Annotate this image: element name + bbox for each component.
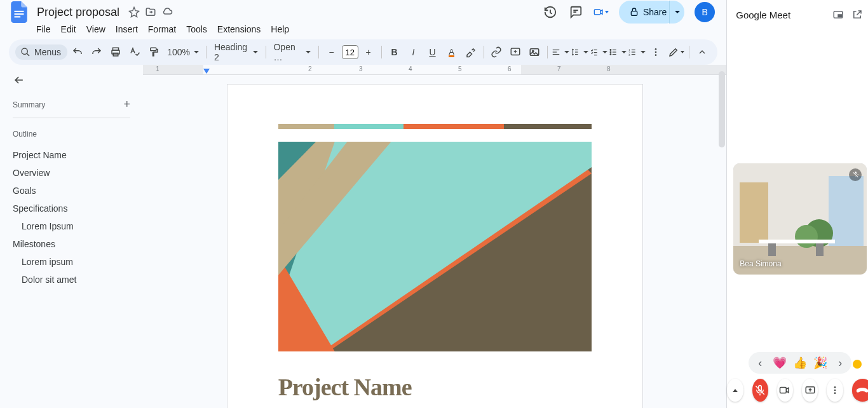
participant-tile[interactable]: Bea Simona bbox=[733, 163, 867, 275]
outline-item-specifications[interactable]: Specifications bbox=[13, 200, 130, 217]
menu-view[interactable]: View bbox=[82, 22, 110, 37]
ruler-tick: 6 bbox=[508, 65, 512, 72]
menu-bar: File Edit View Insert Format Tools Exten… bbox=[0, 20, 726, 39]
highlight-button[interactable] bbox=[462, 43, 480, 61]
close-outline-icon[interactable] bbox=[13, 74, 130, 86]
editing-mode-button[interactable] bbox=[667, 43, 685, 61]
outline-item-project-name[interactable]: Project Name bbox=[13, 146, 130, 164]
horizontal-ruler[interactable]: 1 2 3 4 5 6 7 8 bbox=[143, 65, 726, 75]
underline-button[interactable]: U bbox=[424, 43, 442, 61]
share-label: Share bbox=[643, 7, 667, 17]
menu-file[interactable]: File bbox=[32, 22, 55, 37]
ruler-tick: 8 bbox=[607, 65, 611, 72]
toolbar: Menus 100% Heading 2 Open … − + B I U A bbox=[9, 39, 717, 65]
document-area[interactable]: 1 2 3 4 5 6 7 8 bbox=[143, 65, 726, 408]
font-size-decrease[interactable]: − bbox=[323, 43, 341, 61]
cloud-status-icon[interactable] bbox=[161, 6, 173, 18]
menu-insert[interactable]: Insert bbox=[111, 22, 142, 37]
menu-tools[interactable]: Tools bbox=[182, 22, 212, 37]
pip-icon[interactable] bbox=[831, 8, 845, 22]
svg-rect-0 bbox=[15, 11, 24, 12]
outline-item-goals[interactable]: Goals bbox=[13, 182, 130, 200]
more-options-button[interactable] bbox=[727, 379, 743, 402]
svg-rect-61 bbox=[816, 243, 824, 256]
svg-text:3: 3 bbox=[628, 53, 630, 57]
svg-rect-60 bbox=[768, 243, 776, 256]
move-folder-icon[interactable] bbox=[145, 6, 156, 18]
zoom-select[interactable]: 100% bbox=[164, 43, 202, 61]
reaction-thumbs-up[interactable]: 👍 bbox=[793, 356, 807, 370]
document-title[interactable]: Project proposal bbox=[33, 4, 123, 20]
menu-help[interactable]: Help bbox=[266, 22, 294, 37]
reactions-next-icon[interactable]: › bbox=[834, 357, 846, 370]
menu-edit[interactable]: Edit bbox=[57, 22, 81, 37]
meet-camera-icon[interactable] bbox=[593, 4, 609, 20]
menu-search-label: Menus bbox=[34, 47, 61, 57]
paint-format-button[interactable] bbox=[145, 43, 163, 61]
ruler-tick: 5 bbox=[458, 65, 462, 72]
svg-point-58 bbox=[795, 225, 818, 248]
font-size-increase[interactable]: + bbox=[360, 43, 377, 61]
more-actions-button[interactable] bbox=[827, 379, 843, 402]
outline-item-dolor[interactable]: Dolor sit amet bbox=[13, 271, 130, 289]
reaction-confetti[interactable]: 🎉 bbox=[813, 356, 827, 370]
outline-item-milestones[interactable]: Milestones bbox=[13, 235, 130, 253]
star-icon[interactable] bbox=[128, 6, 140, 18]
mic-toggle-button[interactable] bbox=[752, 379, 768, 402]
hangup-button[interactable] bbox=[852, 379, 868, 402]
outline-item-lorem-2[interactable]: Lorem ipsum bbox=[13, 253, 130, 271]
menu-format[interactable]: Format bbox=[144, 22, 180, 37]
font-select[interactable]: Open … bbox=[269, 43, 314, 61]
add-comment-button[interactable] bbox=[506, 43, 524, 61]
collapse-toolbar-button[interactable] bbox=[693, 43, 711, 61]
checklist-button[interactable] bbox=[590, 43, 607, 61]
svg-point-27 bbox=[610, 50, 611, 51]
history-icon[interactable] bbox=[543, 4, 558, 20]
svg-rect-5 bbox=[594, 10, 600, 15]
reactions-prev-icon[interactable]: ‹ bbox=[754, 357, 766, 370]
participant-muted-icon bbox=[849, 168, 862, 181]
bold-button[interactable]: B bbox=[386, 43, 403, 61]
more-toolbar-button[interactable] bbox=[647, 43, 665, 61]
outline-panel: Summary + Outline Project Name Overview … bbox=[0, 65, 143, 408]
comment-icon[interactable] bbox=[568, 4, 583, 20]
document-page[interactable]: Project Name 09.04.20XX bbox=[227, 84, 643, 408]
italic-button[interactable]: I bbox=[405, 43, 423, 61]
undo-button[interactable] bbox=[69, 43, 86, 61]
bulleted-list-button[interactable] bbox=[609, 43, 627, 61]
ruler-tick: 3 bbox=[359, 65, 363, 72]
ruler-tick: 4 bbox=[409, 65, 412, 72]
svg-point-64 bbox=[834, 386, 836, 388]
insert-image-button[interactable] bbox=[526, 43, 543, 61]
svg-rect-52 bbox=[838, 15, 841, 17]
line-spacing-button[interactable] bbox=[571, 43, 588, 61]
numbered-list-button[interactable]: 123 bbox=[628, 43, 646, 61]
document-heading[interactable]: Project Name bbox=[278, 373, 592, 401]
scrollbar[interactable] bbox=[719, 71, 725, 147]
outline-label: Outline bbox=[13, 130, 130, 139]
print-button[interactable] bbox=[107, 43, 125, 61]
text-color-button[interactable]: A bbox=[443, 43, 461, 61]
camera-toggle-button[interactable] bbox=[777, 379, 793, 402]
indent-marker-icon[interactable] bbox=[203, 69, 210, 75]
add-summary-icon[interactable]: + bbox=[123, 98, 130, 111]
svg-point-66 bbox=[834, 392, 836, 394]
svg-rect-1 bbox=[15, 13, 24, 15]
popout-icon[interactable] bbox=[850, 8, 864, 22]
svg-point-28 bbox=[610, 51, 611, 53]
svg-rect-6 bbox=[631, 11, 637, 16]
menu-search[interactable]: Menus bbox=[15, 44, 67, 60]
svg-point-41 bbox=[655, 54, 657, 56]
spellcheck-button[interactable] bbox=[126, 43, 144, 61]
font-size-input[interactable] bbox=[342, 45, 358, 59]
redo-button[interactable] bbox=[88, 43, 105, 61]
account-avatar[interactable]: B bbox=[695, 2, 715, 22]
reaction-heart[interactable]: 💗 bbox=[773, 356, 787, 370]
link-button[interactable] bbox=[487, 43, 505, 61]
outline-item-overview[interactable]: Overview bbox=[13, 164, 130, 182]
present-screen-button[interactable] bbox=[802, 379, 818, 402]
align-button[interactable] bbox=[552, 43, 569, 61]
menu-extensions[interactable]: Extensions bbox=[213, 22, 265, 37]
outline-item-lorem-1[interactable]: Lorem Ipsum bbox=[13, 217, 130, 235]
style-select[interactable]: Heading 2 bbox=[210, 43, 262, 61]
